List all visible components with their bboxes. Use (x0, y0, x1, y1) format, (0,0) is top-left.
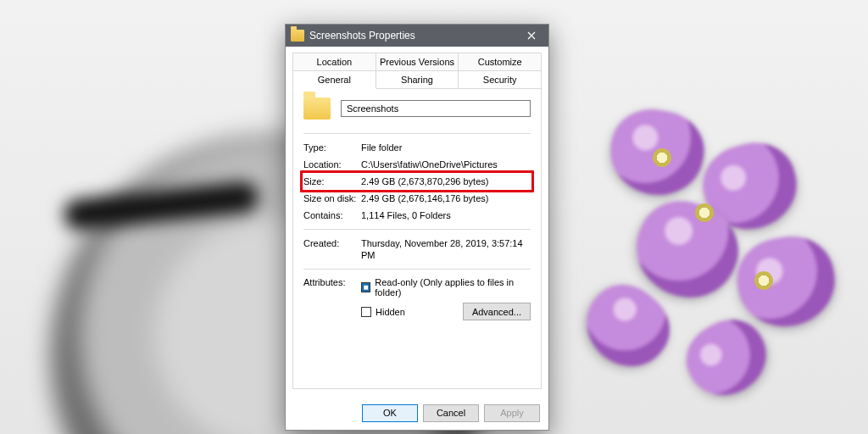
folder-name-input[interactable]: Screenshots (341, 100, 531, 117)
dialog-footer: OK Cancel Apply (286, 396, 548, 430)
tab-general[interactable]: General (292, 70, 376, 89)
hidden-checkbox[interactable]: Hidden (361, 307, 405, 317)
apply-button[interactable]: Apply (484, 404, 540, 422)
close-button[interactable] (515, 25, 548, 47)
hidden-label: Hidden (376, 307, 405, 317)
type-label: Type: (303, 142, 361, 153)
created-value: Thursday, November 28, 2019, 3:57:14 PM (361, 237, 531, 261)
attributes-label: Attributes: (303, 277, 361, 320)
tab-previous-versions[interactable]: Previous Versions (376, 53, 459, 70)
tab-security[interactable]: Security (459, 70, 542, 89)
checkbox-empty-icon (361, 307, 371, 317)
tab-customize[interactable]: Customize (459, 53, 542, 70)
close-icon (527, 31, 536, 40)
location-label: Location: (303, 159, 361, 170)
created-label: Created: (303, 237, 361, 261)
size-label: Size: (303, 175, 361, 187)
folder-large-icon (303, 97, 331, 120)
general-panel: Screenshots Type:File folder Location:C:… (292, 88, 542, 389)
readonly-label: Read-only (Only applies to files in fold… (375, 277, 531, 298)
titlebar[interactable]: Screenshots Properties (286, 25, 548, 47)
tab-row-top: Location Previous Versions Customize (286, 47, 548, 70)
tab-location[interactable]: Location (292, 53, 376, 70)
tab-sharing[interactable]: Sharing (376, 70, 459, 89)
separator (303, 133, 531, 134)
size-on-disk-label: Size on disk: (303, 192, 361, 204)
folder-icon (291, 30, 304, 42)
size-value: 2.49 GB (2,673,870,296 bytes) (361, 175, 531, 187)
advanced-button[interactable]: Advanced... (463, 303, 531, 320)
properties-dialog: Screenshots Properties Location Previous… (285, 24, 549, 431)
checkbox-indeterminate-icon: ■ (361, 282, 370, 292)
ok-button[interactable]: OK (362, 404, 418, 422)
separator (303, 229, 531, 230)
size-on-disk-value: 2.49 GB (2,676,146,176 bytes) (361, 192, 531, 204)
contains-label: Contains: (303, 209, 361, 221)
window-title: Screenshots Properties (309, 30, 515, 42)
tab-row-bottom: General Sharing Security (286, 70, 548, 88)
readonly-checkbox[interactable]: ■ Read-only (Only applies to files in fo… (361, 277, 531, 298)
cancel-button[interactable]: Cancel (423, 404, 479, 422)
type-value: File folder (361, 142, 531, 153)
folder-name-text: Screenshots (347, 103, 398, 114)
location-value: C:\Users\fatiw\OneDrive\Pictures (361, 159, 531, 170)
separator (303, 269, 531, 270)
contains-value: 1,114 Files, 0 Folders (361, 209, 531, 221)
